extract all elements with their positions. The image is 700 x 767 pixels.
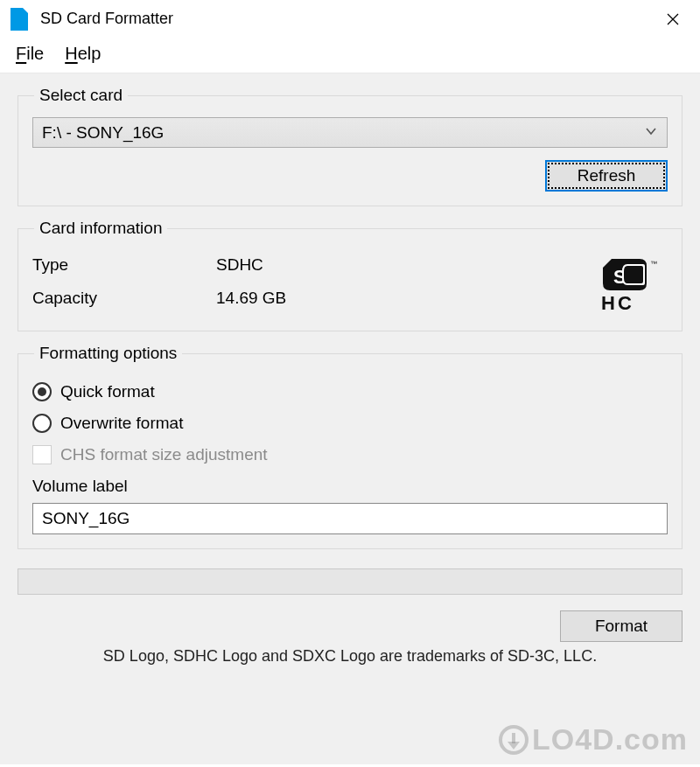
format-button[interactable]: Format xyxy=(560,610,682,642)
legend-card-info: Card information xyxy=(34,219,167,238)
radio-overwrite-format[interactable]: Overwrite format xyxy=(32,414,668,433)
window-title: SD Card Formatter xyxy=(40,10,653,28)
radio-icon xyxy=(32,414,52,433)
checkbox-chs: CHS format size adjustment xyxy=(32,445,668,464)
group-select-card: Select card F:\ - SONY_16G Refresh xyxy=(18,86,682,206)
radio-overwrite-label: Overwrite format xyxy=(60,414,183,433)
capacity-label: Capacity xyxy=(32,289,216,308)
close-icon xyxy=(667,13,679,25)
type-value: SDHC xyxy=(216,255,263,275)
menu-help[interactable]: Help xyxy=(65,44,101,64)
title-bar: SD Card Formatter xyxy=(0,0,700,38)
svg-text:™: ™ xyxy=(650,260,657,268)
radio-quick-label: Quick format xyxy=(60,382,155,401)
client-area: Select card F:\ - SONY_16G Refresh Card … xyxy=(0,73,700,764)
radio-icon xyxy=(32,382,52,401)
legend-select-card: Select card xyxy=(34,86,128,105)
legend-formatting: Formatting options xyxy=(34,344,182,363)
chevron-down-icon xyxy=(644,123,658,143)
volume-label-caption: Volume label xyxy=(32,477,668,496)
capacity-value: 14.69 GB xyxy=(216,289,286,308)
checkbox-icon xyxy=(32,445,52,464)
volume-label-input[interactable] xyxy=(32,503,668,534)
sdhc-logo-icon: S HC ™ xyxy=(596,257,666,311)
svg-text:HC: HC xyxy=(601,292,634,311)
group-card-info: Card information Type SDHC Capacity 14.6… xyxy=(18,219,682,331)
checkbox-chs-label: CHS format size adjustment xyxy=(60,445,268,464)
menu-file[interactable]: File xyxy=(16,44,44,64)
menu-bar: File Help xyxy=(0,38,700,73)
card-select-value: F:\ - SONY_16G xyxy=(42,123,164,143)
progress-bar xyxy=(18,568,682,595)
app-icon xyxy=(10,8,28,31)
card-select[interactable]: F:\ - SONY_16G xyxy=(32,117,668,148)
radio-quick-format[interactable]: Quick format xyxy=(32,382,668,401)
close-button[interactable] xyxy=(653,0,693,38)
refresh-button[interactable]: Refresh xyxy=(545,160,668,192)
group-formatting: Formatting options Quick format Overwrit… xyxy=(18,344,682,549)
trademark-text: SD Logo, SDHC Logo and SDXC Logo are tra… xyxy=(18,647,682,666)
type-label: Type xyxy=(32,255,216,275)
